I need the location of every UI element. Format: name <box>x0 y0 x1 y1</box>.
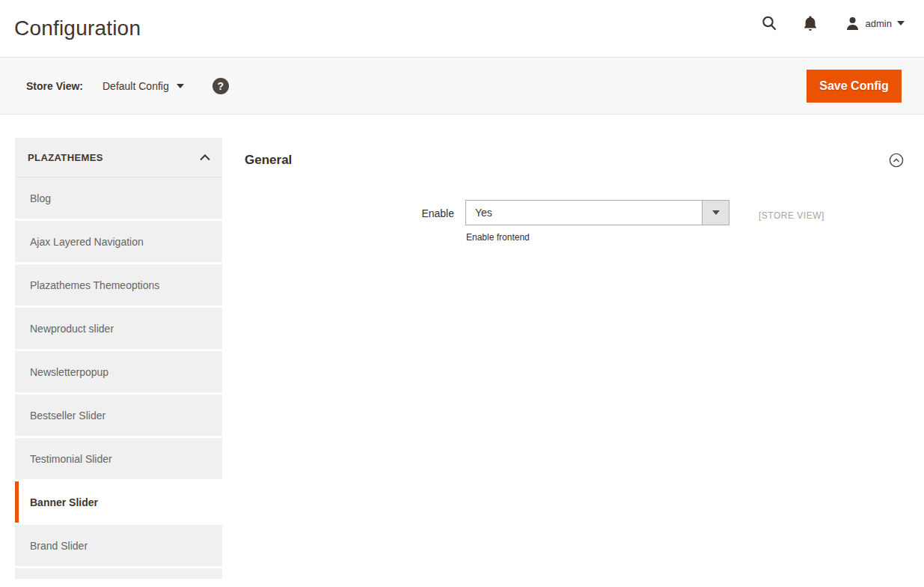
sidebar-item-newsletterpopup[interactable]: Newsletterpopup <box>15 351 222 392</box>
chevron-down-icon <box>712 210 720 215</box>
sidebar-item-cutoff[interactable] <box>15 568 222 579</box>
sidebar-item-blog[interactable]: Blog <box>15 177 222 219</box>
help-icon[interactable]: ? <box>212 78 229 94</box>
sidebar-item-plazathemes-themeoptions[interactable]: Plazathemes Themeoptions <box>15 264 222 305</box>
chevron-up-icon <box>200 154 210 161</box>
chevron-down-icon <box>177 84 184 88</box>
store-view-toolbar: Store View: Default Config ? Save Config <box>0 57 924 115</box>
content: PLAZATHEMES Blog Ajax Layered Navigation… <box>0 115 924 579</box>
sidebar-item-banner-slider[interactable]: Banner Slider <box>15 481 222 523</box>
page-title: Configuration <box>14 16 141 40</box>
collapse-section-button[interactable] <box>889 153 904 168</box>
enable-field-label: Enable <box>421 207 454 219</box>
header-actions: admin <box>761 15 905 31</box>
person-icon <box>845 16 860 31</box>
sidebar-items: Blog Ajax Layered Navigation Plazathemes… <box>15 177 222 579</box>
enable-field-scope: [STORE VIEW] <box>759 210 824 221</box>
main-panel: General Enable Yes Enable frontend <box>222 138 924 243</box>
store-view-value: Default Config <box>103 80 169 92</box>
sidebar-item-testimonial-slider[interactable]: Testimonial Slider <box>15 438 222 479</box>
sidebar-item-ajax-layered-navigation[interactable]: Ajax Layered Navigation <box>15 221 222 262</box>
enable-select-value: Yes <box>466 207 492 219</box>
page-header: Configuration admin <box>0 0 924 57</box>
field-control-cell: Yes Enable frontend <box>465 200 729 243</box>
store-view-label: Store View: <box>26 80 83 92</box>
bell-icon[interactable] <box>803 15 818 31</box>
select-arrow-button[interactable] <box>702 201 729 225</box>
account-username: admin <box>866 18 892 29</box>
field-scope-cell: [STORE VIEW] <box>729 200 824 222</box>
sidebar-item-newproduct-slider[interactable]: Newproduct slider <box>15 308 222 349</box>
general-section-header: General <box>245 153 904 168</box>
sidebar-item-brand-slider[interactable]: Brand Slider <box>15 525 222 566</box>
save-config-button[interactable]: Save Config <box>807 70 902 103</box>
field-label-cell: Enable <box>245 200 465 220</box>
enable-field-row: Enable Yes Enable frontend [STORE VIEW] <box>245 200 904 243</box>
store-view-switcher[interactable]: Default Config <box>103 80 184 92</box>
chevron-down-icon <box>897 21 905 25</box>
search-icon[interactable] <box>761 15 777 31</box>
account-menu[interactable]: admin <box>845 16 905 31</box>
section-title: General <box>245 153 292 168</box>
store-view-group: Store View: Default Config ? <box>26 78 229 94</box>
sidebar-section-plazathemes[interactable]: PLAZATHEMES <box>15 138 222 177</box>
enable-select[interactable]: Yes <box>465 200 729 225</box>
collapse-circle-icon <box>889 153 904 168</box>
sidebar-section-title: PLAZATHEMES <box>28 152 103 163</box>
config-sidebar: PLAZATHEMES Blog Ajax Layered Navigation… <box>15 138 222 579</box>
enable-field-comment: Enable frontend <box>465 232 729 243</box>
sidebar-item-bestseller-slider[interactable]: Bestseller Slider <box>15 395 222 436</box>
